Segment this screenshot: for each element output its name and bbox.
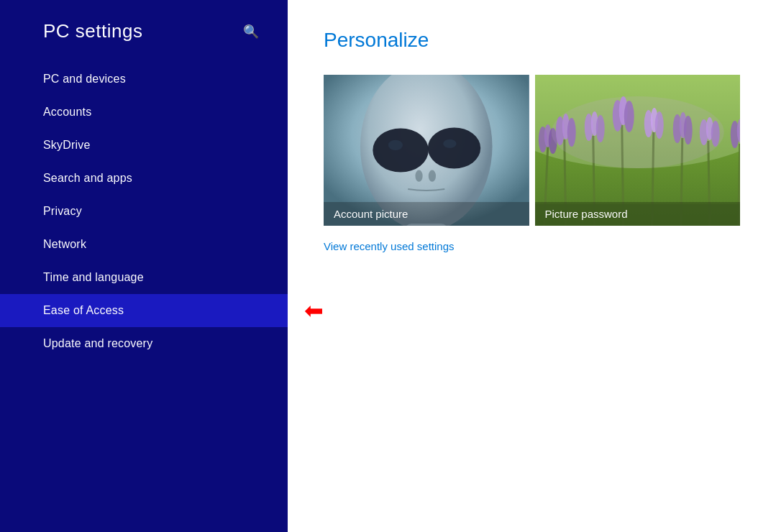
search-button[interactable]: 🔍 xyxy=(243,24,259,40)
sidebar-title: PC settings xyxy=(43,20,142,42)
account-picture-tile[interactable]: Account picture xyxy=(324,75,529,226)
sidebar-item-update-and-recovery[interactable]: Update and recovery xyxy=(0,327,288,360)
sidebar-item-time-and-language[interactable]: Time and language xyxy=(0,261,288,294)
bottom-tiles-row: Account picture xyxy=(324,75,740,226)
sidebar-header: PC settings 🔍 xyxy=(0,0,288,63)
image-grid: EightForums.com Lock screen xyxy=(324,69,740,226)
svg-point-31 xyxy=(388,140,403,150)
main-content: Personalize xyxy=(288,0,776,532)
svg-point-33 xyxy=(415,170,422,182)
sidebar-item-pc-and-devices[interactable]: PC and devices xyxy=(0,63,288,96)
svg-point-30 xyxy=(428,127,480,168)
view-recently-used-link[interactable]: View recently used settings xyxy=(324,240,455,252)
account-picture-label: Account picture xyxy=(324,202,529,226)
sidebar: PC settings 🔍 PC and devicesAccountsSkyD… xyxy=(0,0,288,532)
sidebar-item-accounts[interactable]: Accounts xyxy=(0,96,288,129)
nav-list: PC and devicesAccountsSkyDriveSearch and… xyxy=(0,63,288,360)
svg-point-71 xyxy=(551,96,723,168)
sidebar-item-ease-of-access[interactable]: Ease of Access⬅ xyxy=(0,294,288,327)
sidebar-item-network[interactable]: Network xyxy=(0,228,288,261)
sidebar-item-search-and-apps[interactable]: Search and apps xyxy=(0,162,288,195)
picture-password-tile[interactable]: Picture password xyxy=(535,75,741,226)
svg-point-29 xyxy=(373,128,428,172)
sidebar-item-skydrive[interactable]: SkyDrive xyxy=(0,129,288,162)
page-title: Personalize xyxy=(324,29,740,52)
svg-point-34 xyxy=(429,170,436,182)
picture-password-label: Picture password xyxy=(535,202,741,226)
sidebar-item-privacy[interactable]: Privacy xyxy=(0,195,288,228)
svg-point-32 xyxy=(443,139,456,148)
